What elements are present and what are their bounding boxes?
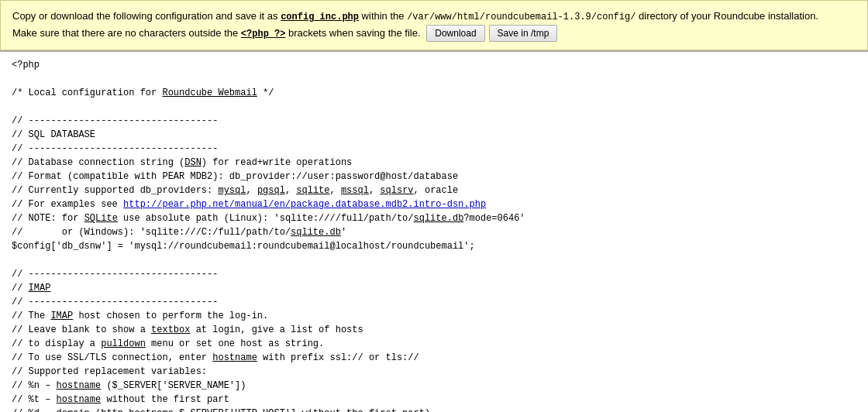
notice-text4: Make sure that there are no characters o…: [12, 27, 241, 39]
comment-ssl: // To use SSL/TLS connection, enter host…: [12, 352, 419, 363]
comment-format: // Format (compatible with PEAR MDB2): d…: [12, 171, 458, 182]
config-db-dsnw: $config['db_dsnw'] = 'mysql://roundcubem…: [12, 241, 475, 252]
download-button[interactable]: Download: [426, 25, 484, 42]
notice-text5: brackets when saving the file.: [285, 27, 420, 39]
notice-buttons: Download Save in /tmp: [426, 25, 557, 42]
comment-divider2: // ----------------------------------: [12, 143, 218, 154]
comment-sql-db: // SQL DATABASE: [12, 129, 95, 140]
code-block: <?php /* Local configuration for Roundcu…: [0, 50, 868, 412]
notice-text1: Copy or download the following configura…: [12, 10, 281, 22]
comment-pulldown: // to display a pulldown menu or set one…: [12, 338, 324, 349]
notice-text2: within the: [359, 10, 407, 22]
comment-providers: // Currently supported db_providers: mys…: [12, 185, 458, 196]
config-filename: config_inc.php: [281, 12, 359, 22]
comment-divider4: // ----------------------------------: [12, 297, 218, 307]
php-tag: <?php ?>: [241, 29, 286, 39]
comment-local-config: /* Local configuration for Roundcube Web…: [12, 88, 274, 98]
comment-var-n: // %n – hostname ($_SERVER['SERVER_NAME'…: [12, 380, 246, 391]
config-path: /var/www/html/roundcubemail-1.3.9/config…: [407, 12, 636, 22]
comment-var-t: // %t – hostname without the first part: [12, 394, 229, 405]
pear-link[interactable]: http://pear.php.net/manual/en/package.da…: [123, 199, 486, 210]
comment-divider3: // ----------------------------------: [12, 269, 218, 280]
comment-sqlite-win: // or (Windows): 'sqlite:///C:/full/path…: [12, 227, 346, 238]
php-open-tag: <?php: [12, 60, 40, 70]
notice-bar: Copy or download the following configura…: [0, 0, 868, 50]
comment-textbox: // Leave blank to show a textbox at logi…: [12, 324, 363, 335]
comment-supported: // Supported replacement variables:: [12, 366, 207, 377]
comment-examples: // For examples see http://pear.php.net/…: [12, 199, 486, 210]
comment-dsn: // Database connection string (DSN) for …: [12, 157, 352, 168]
comment-imap: // IMAP: [12, 283, 50, 294]
comment-divider1: // ----------------------------------: [12, 115, 218, 126]
notice-text3: directory of your Roundcube installation…: [636, 10, 818, 22]
comment-var-d: // %d – domain (http hostname $_SERVER['…: [12, 408, 430, 412]
comment-sqlite-linux: // NOTE: for SQLite use absolute path (L…: [12, 213, 525, 224]
comment-imap-host: // The IMAP host chosen to perform the l…: [12, 311, 268, 321]
save-tmp-button[interactable]: Save in /tmp: [489, 25, 558, 42]
